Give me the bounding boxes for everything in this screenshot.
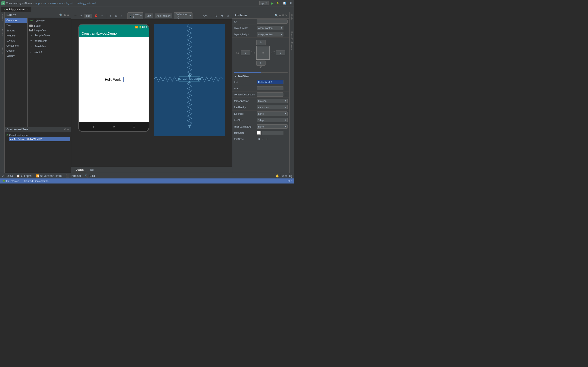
magnet-button[interactable]: 🧲 [94,14,98,17]
settings-button[interactable]: ⚙ [289,1,293,5]
zoom-actual-button[interactable]: ⊘ [220,14,224,18]
version-control-button[interactable]: 🔀 9: Version Control [36,174,62,177]
constraint-bottom-input[interactable] [256,60,266,66]
attr-content-description-input[interactable] [257,92,284,97]
attr-slider[interactable] [234,72,288,73]
palette-item-switch[interactable]: ●─ Switch [27,49,71,55]
textview-section-header[interactable]: ▼ TextView [232,74,289,79]
attr-text-appearance-select[interactable]: Material ▾ [257,99,288,103]
margin-button[interactable]: ↕ [120,14,123,17]
text-color-swatch[interactable] [257,131,261,135]
logcat-button[interactable]: 📋 6: Logcat [17,174,32,177]
attr-text-size-select[interactable]: 14sp ▾ [257,118,288,122]
palette-cat-text[interactable]: Text [5,23,27,28]
locale-dropdown[interactable]: Default (en-us) ▾ [174,12,192,19]
palette-item-imageview[interactable]: 🖼 ImageView [27,28,71,33]
grid-button[interactable]: ⊞ [109,14,112,17]
palette-cat-widgets[interactable]: Widgets [5,33,27,38]
palette-item-fragment[interactable]: <> <fragment> [27,38,71,44]
run-button[interactable]: ▶ [270,1,274,6]
palette-item-recyclerview[interactable]: ≡ RecyclerView [27,33,71,38]
palette-cat-legacy[interactable]: Legacy [5,53,27,58]
attr-line-spacing-select[interactable]: none ▾ [257,124,288,129]
palette-cat-layouts[interactable]: Layouts [5,38,27,43]
api-dropdown[interactable]: 28 ▾ [145,14,153,18]
zoom-fit-button[interactable]: ⊙ [215,14,218,18]
palette-cat-common[interactable]: Common [5,18,27,23]
attr-history-icon[interactable]: ↩ [279,14,281,17]
attr-settings-icon[interactable]: ⚙ [282,14,284,17]
tab-design[interactable]: Design [73,168,86,172]
todo-button[interactable]: ✓ TODO [2,174,13,177]
attr-text-edit-more[interactable]: … [284,86,288,90]
tab-close-button[interactable]: ✕ [27,8,29,11]
debug-button[interactable]: 🐛 [276,1,281,5]
wand-button[interactable]: ✦ [100,14,104,17]
constraint-right-input[interactable] [276,50,285,55]
phone-hello-world-text[interactable]: Hello World! [104,77,124,82]
attr-typeface-select[interactable]: none ▾ [257,111,288,116]
attr-search-icon[interactable]: 🔍 [275,14,278,17]
zoom-out-button[interactable]: − [197,14,200,18]
build-button[interactable]: 🔨 Build [85,174,95,177]
home-button[interactable]: ○ [113,125,115,128]
spacing-dropdown[interactable]: 8dp [85,14,92,18]
svg-point-7 [189,75,190,76]
align-button[interactable]: ⊟ [114,14,118,17]
attr-text-color-more[interactable]: … [284,131,288,135]
strikethrough-button[interactable]: T [265,137,268,141]
refresh-button[interactable]: ↺ [79,14,83,17]
profile-button[interactable]: 📊 [283,1,287,5]
palette-item-scrollview[interactable]: ↕ ScrollView [27,44,71,49]
italic-button[interactable]: I [262,137,264,141]
imageview-icon: 🖼 [29,29,33,31]
terminal-button[interactable]: ⬛ Terminal [66,174,81,177]
component-tree-settings-icon[interactable]: ⚙ [64,128,66,131]
comp-tree-constraint-layout[interactable]: ⊞ ConstraintLayout [6,133,70,137]
palette-cat-containers[interactable]: Containers [5,43,27,48]
palette-item-button[interactable]: Button [27,23,71,28]
device-file-label[interactable]: Device File Explorer [291,31,293,51]
device-dropdown[interactable]: 📱 Nexus 4 ▾ [128,12,143,19]
attr-layout-width-more[interactable]: … [284,26,288,30]
switch-icon: ●─ [29,50,33,54]
run-target-dropdown[interactable]: app ▾ [259,1,268,5]
event-log-button[interactable]: 🔔 Event Log [276,174,292,177]
back-button[interactable]: ◁ [92,125,95,128]
attr-id-row: ID [232,19,289,25]
design-view-button[interactable]: 👁 [73,14,77,17]
warning-button[interactable]: ⚠ [226,14,230,18]
bold-button[interactable]: B [257,137,261,141]
zoom-in-button[interactable]: + [209,14,213,18]
attr-font-family-select[interactable]: sans-serif ▾ [257,105,288,109]
palette-download-icon[interactable]: ⬇ [67,14,69,17]
attr-text-edit-input[interactable] [257,86,284,90]
attr-text-more[interactable]: … [284,80,288,84]
palette-sort-icon[interactable]: ⇅ [64,14,66,17]
recents-button[interactable]: □ [133,125,135,128]
attr-id-input[interactable] [257,19,288,24]
gradle-label[interactable]: Gradle [291,13,293,21]
attr-layout-width-select[interactable]: wrap_content ▾ [257,26,284,30]
comp-tree-textview[interactable]: Ab TextView - "Hello World!" [9,137,70,141]
attr-layout-height-row: layout_height wrap_content ▾ … [232,31,289,38]
tab-activity-main[interactable]: A activity_main.xml ✕ [1,7,31,12]
attr-text-input[interactable] [257,80,284,84]
palette-cat-buttons[interactable]: Buttons [5,28,27,33]
attr-text-color-input[interactable] [262,131,284,135]
attr-layout-height-more[interactable]: … [284,33,288,36]
component-tree-collapse-icon[interactable]: ─ [67,128,69,131]
attr-collapse-icon[interactable]: ✕ [285,14,287,17]
constraint-top-input[interactable] [256,40,266,45]
theme-dropdown[interactable]: AppTheme ▾ [155,14,172,18]
palette-item-textview[interactable]: Ab TextView [27,18,71,23]
constraint-left-input[interactable] [241,50,250,55]
tab-text[interactable]: Text [87,168,97,172]
palette-cat-google[interactable]: Google [5,48,27,53]
palette-content: Common Text Buttons Widgets Layouts Cont… [5,18,71,127]
attr-typeface-row: typeface none ▾ [232,110,289,117]
editor-bottom-tabs: Design Text [71,167,232,173]
attr-content-description-more[interactable]: … [284,93,288,96]
palette-search-icon[interactable]: 🔍 [59,14,63,17]
attr-layout-height-select[interactable]: wrap_content ▾ [257,32,284,36]
